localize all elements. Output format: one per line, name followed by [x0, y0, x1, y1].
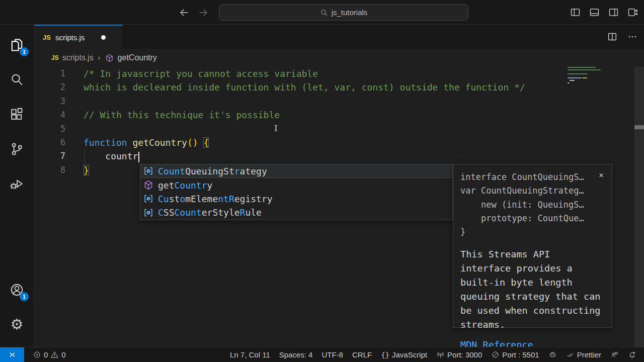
- line-number-8[interactable]: 8: [34, 163, 65, 177]
- activity-bar-item-source-control[interactable]: [0, 132, 34, 166]
- token: {: [203, 137, 209, 148]
- code-line-5[interactable]: [84, 122, 558, 136]
- text-cursor: [138, 152, 139, 162]
- more-actions-icon[interactable]: [627, 31, 638, 42]
- token: (): [187, 137, 198, 148]
- status-label: Ln 7, Col 11: [230, 350, 270, 359]
- code-editor[interactable]: 12345678 /* In javascript you cannot acc…: [34, 67, 644, 347]
- warning-icon: [50, 350, 59, 359]
- line-number-5[interactable]: 5: [34, 122, 65, 136]
- breadcrumb-symbol[interactable]: getCountry: [118, 53, 157, 62]
- vscode-window: js_tutorials 1 1⚙ JS scripts.js JS scrip…: [0, 0, 644, 362]
- activity-bar-item-run-and-debug[interactable]: [0, 166, 34, 201]
- code-line-4[interactable]: // With this technique it's possible: [84, 108, 558, 122]
- status-bar-right: Ln 7, Col 11Spaces: 4UTF-8CRLF{}JavaScri…: [225, 347, 641, 362]
- symbol-variable-icon: [143, 193, 154, 204]
- code-area[interactable]: /* In javascript you cannot access varia…: [84, 67, 558, 177]
- status-label: CRLF: [352, 350, 372, 359]
- suggest-details-description: This Streams API interface provides a bu…: [460, 247, 601, 332]
- suggest-item-2[interactable]: CustomElementRegistry: [140, 192, 452, 206]
- modified-dot-icon[interactable]: [101, 35, 106, 40]
- suggest-item-label: CountQueuingStrategy: [158, 166, 267, 176]
- vertical-scrollbar[interactable]: [634, 67, 644, 347]
- status-port-3000[interactable]: Port: 3000: [432, 347, 487, 362]
- suggest-item-0[interactable]: CountQueuingStrategy: [140, 164, 452, 178]
- code-line-1[interactable]: /* In javascript you cannot access varia…: [84, 67, 558, 80]
- search-value: js_tutorials: [332, 8, 368, 17]
- run-and-debug-icon: [9, 176, 25, 192]
- intellisense-suggest-widget: CountQueuingStrategygetCountryCustomElem…: [140, 164, 453, 220]
- status-copilot[interactable]: [544, 347, 561, 362]
- line-number-6[interactable]: 6: [34, 136, 65, 149]
- status-label: Spaces: 4: [279, 350, 313, 359]
- status-language-mode[interactable]: {}JavaScript: [376, 347, 432, 362]
- status-feedback[interactable]: [606, 347, 623, 362]
- activity-bar-item-settings[interactable]: ⚙: [0, 307, 34, 342]
- status-label: Prettier: [577, 350, 601, 359]
- minimap-line: [568, 67, 596, 68]
- status-notifications[interactable]: [623, 347, 641, 362]
- toggle-primary-sidebar-icon[interactable]: [566, 0, 585, 25]
- braces-icon: {}: [381, 351, 389, 359]
- status-label: UTF-8: [321, 350, 343, 359]
- suggest-details-panel: ✕ interface CountQueuingS… var CountQueu…: [453, 164, 612, 328]
- toggle-secondary-sidebar-icon[interactable]: [604, 0, 623, 25]
- close-icon[interactable]: ✕: [597, 170, 606, 179]
- remote-indicator[interactable]: [0, 347, 24, 362]
- status-port-5501[interactable]: Port : 5501: [487, 347, 543, 362]
- navigate-back-icon[interactable]: [179, 7, 190, 18]
- line-number-3[interactable]: 3: [34, 95, 65, 108]
- broadcast-icon: [436, 350, 445, 359]
- status-bar: 00 Ln 7, Col 11Spaces: 4UTF-8CRLF{}JavaS…: [0, 347, 644, 362]
- line-number-1[interactable]: 1: [34, 67, 65, 80]
- breadcrumb-file[interactable]: scripts.js: [62, 53, 94, 62]
- token: which is decleared inside function with …: [84, 82, 525, 93]
- command-center-search[interactable]: js_tutorials: [219, 4, 468, 21]
- status-bar-left: 00: [28, 347, 70, 362]
- accounts-badge: 1: [20, 292, 29, 301]
- status-encoding[interactable]: UTF-8: [317, 347, 348, 362]
- tab-scripts-js[interactable]: JS scripts.js: [34, 25, 123, 49]
- line-number-2[interactable]: 2: [34, 80, 65, 94]
- token: /* In javascript you cannot access varia…: [84, 68, 318, 79]
- activity-bar-item-explorer[interactable]: 1: [0, 28, 34, 62]
- suggest-item-1[interactable]: getCountry: [140, 178, 452, 192]
- token: }: [84, 165, 89, 175]
- chevron-right-icon: ›: [98, 53, 101, 63]
- status-eol-sequence[interactable]: CRLF: [348, 347, 376, 362]
- editor-tab-bar: JS scripts.js: [34, 25, 644, 49]
- title-bar: js_tutorials: [0, 0, 644, 25]
- navigate-forward-icon[interactable]: [198, 7, 209, 18]
- status-cursor-position[interactable]: Ln 7, Col 11: [225, 347, 275, 362]
- code-line-7[interactable]: countr: [84, 149, 558, 163]
- problems-indicator[interactable]: 00: [28, 347, 70, 362]
- symbol-method-icon: [143, 179, 154, 191]
- tab-label: scripts.js: [55, 33, 85, 42]
- code-line-3[interactable]: [84, 95, 558, 108]
- source-control-icon: [9, 141, 25, 157]
- token: [198, 137, 204, 148]
- suggest-item-label: CustomElementRegistry: [158, 194, 273, 204]
- activity-bar-item-extensions[interactable]: [0, 97, 34, 132]
- line-number-7[interactable]: 7: [34, 149, 65, 163]
- token: getCountry: [133, 137, 187, 148]
- suggest-item-label: CSSCounterStyleRule: [158, 207, 262, 218]
- line-number-4[interactable]: 4: [34, 108, 65, 122]
- minimap[interactable]: [568, 67, 604, 97]
- toggle-panel-icon[interactable]: [585, 0, 604, 25]
- customize-layout-icon[interactable]: [623, 0, 642, 25]
- status-prettier[interactable]: Prettier: [561, 347, 606, 362]
- activity-bar-bottom: 1⚙: [0, 273, 34, 342]
- gear-icon: ⚙: [11, 317, 24, 332]
- explorer-badge: 1: [20, 47, 29, 56]
- split-editor-icon[interactable]: [607, 31, 618, 42]
- suggest-item-3[interactable]: CSSCounterStyleRule: [140, 206, 452, 219]
- breadcrumb: JS scripts.js › getCountry: [34, 49, 644, 67]
- activity-bar-item-accounts[interactable]: 1: [0, 273, 34, 307]
- activity-bar-item-search[interactable]: [0, 62, 34, 97]
- suggest-details-signature: interface CountQueuingS… var CountQueuin…: [460, 170, 605, 239]
- code-line-6[interactable]: function getCountry() {: [84, 136, 558, 149]
- status-indentation[interactable]: Spaces: 4: [275, 347, 317, 362]
- code-line-2[interactable]: which is decleared inside function with …: [84, 80, 558, 94]
- line-number-gutter[interactable]: 12345678: [34, 67, 65, 177]
